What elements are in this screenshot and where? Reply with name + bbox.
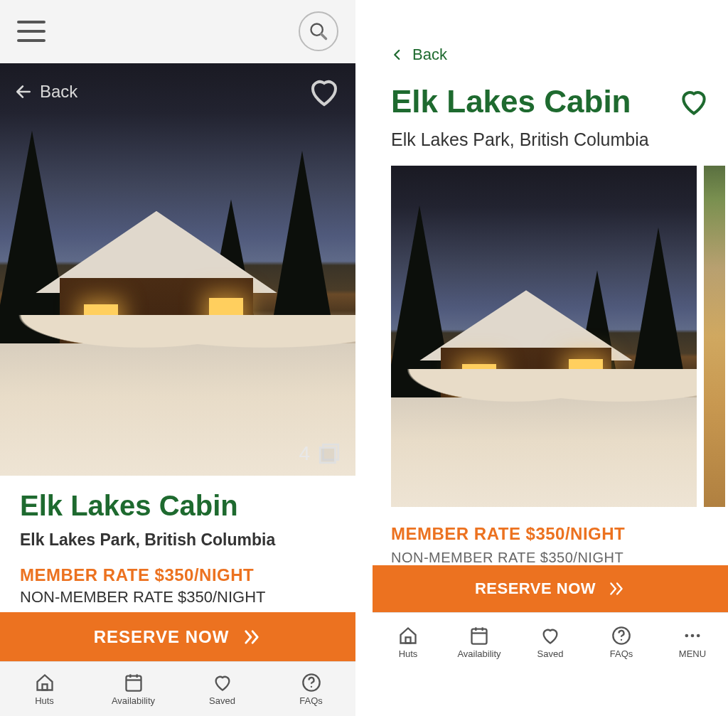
calendar-icon bbox=[124, 673, 144, 693]
favorite-heart-icon[interactable] bbox=[307, 75, 341, 109]
svg-point-19 bbox=[691, 634, 695, 638]
bottom-nav: Huts Availability Saved FAQs MENU bbox=[373, 612, 728, 672]
nav-faqs[interactable]: FAQs bbox=[267, 662, 355, 716]
next-image-peek[interactable] bbox=[704, 166, 725, 507]
reserve-button[interactable]: RESERVE NOW bbox=[0, 612, 355, 661]
calendar-icon bbox=[469, 626, 489, 646]
nav-huts-label: Huts bbox=[399, 648, 418, 659]
listing-location: Elk Lakes Park, British Columbia bbox=[391, 129, 710, 150]
back-button[interactable]: Back bbox=[14, 82, 77, 102]
nav-faqs-label: FAQs bbox=[299, 695, 323, 706]
favorite-heart-icon[interactable] bbox=[678, 86, 710, 117]
gallery-scroller[interactable] bbox=[391, 166, 728, 507]
nav-faqs[interactable]: FAQs bbox=[586, 613, 657, 672]
svg-point-17 bbox=[621, 639, 622, 641]
hero-image[interactable]: Back 4 bbox=[0, 63, 355, 476]
nav-menu-label: MENU bbox=[679, 648, 706, 659]
heart-icon bbox=[213, 673, 232, 693]
chevron-left-icon bbox=[391, 48, 404, 61]
phone-left-screen: Back 4 Elk Lakes Cabin Elk Lakes Park, B… bbox=[0, 0, 355, 716]
chevron-double-right-icon bbox=[242, 627, 262, 647]
hamburger-menu-icon[interactable] bbox=[17, 21, 46, 42]
listing-title: Elk Lakes Cabin bbox=[391, 84, 631, 119]
phone-right-screen: Back Elk Lakes Cabin Elk Lakes Park, Bri… bbox=[373, 0, 728, 716]
svg-line-1 bbox=[321, 34, 326, 39]
listing-title: Elk Lakes Cabin bbox=[20, 490, 336, 522]
back-label: Back bbox=[412, 46, 447, 64]
member-rate: MEMBER RATE $350/NIGHT bbox=[20, 565, 336, 585]
svg-rect-12 bbox=[472, 629, 487, 644]
reserve-button[interactable]: RESERVE NOW bbox=[373, 565, 728, 612]
nav-huts[interactable]: Huts bbox=[0, 662, 89, 716]
nav-availability[interactable]: Availability bbox=[444, 613, 515, 672]
photo-count-badge[interactable]: 4 bbox=[299, 442, 341, 466]
search-icon bbox=[309, 21, 328, 41]
bottom-nav: Huts Availability Saved FAQs bbox=[0, 661, 355, 716]
nav-availability[interactable]: Availability bbox=[89, 662, 178, 716]
svg-rect-3 bbox=[320, 448, 335, 463]
svg-point-20 bbox=[697, 634, 700, 638]
back-label: Back bbox=[40, 82, 77, 102]
search-button[interactable] bbox=[299, 11, 338, 51]
hero-image[interactable] bbox=[391, 166, 697, 507]
home-icon bbox=[398, 626, 418, 646]
member-rate: MEMBER RATE $350/NIGHT bbox=[391, 524, 710, 544]
question-icon bbox=[301, 673, 321, 693]
topbar bbox=[0, 0, 355, 63]
question-icon bbox=[611, 626, 631, 646]
nav-huts-label: Huts bbox=[35, 695, 54, 706]
nav-saved-label: Saved bbox=[209, 695, 235, 706]
svg-point-18 bbox=[685, 634, 689, 638]
gallery-icon bbox=[317, 442, 341, 466]
nav-menu[interactable]: MENU bbox=[657, 613, 728, 672]
chevron-double-right-icon bbox=[607, 579, 626, 598]
reserve-label: RESERVE NOW bbox=[94, 627, 230, 647]
photo-count-number: 4 bbox=[299, 442, 310, 465]
svg-point-10 bbox=[310, 685, 311, 687]
listing-location: Elk Lakes Park, British Columbia bbox=[20, 530, 336, 550]
nav-saved[interactable]: Saved bbox=[515, 613, 586, 672]
nav-saved[interactable]: Saved bbox=[178, 662, 267, 716]
nav-availability-label: Availability bbox=[112, 695, 155, 706]
nav-availability-label: Availability bbox=[457, 648, 500, 659]
heart-icon bbox=[540, 626, 560, 646]
reserve-label: RESERVE NOW bbox=[475, 579, 596, 598]
back-button[interactable]: Back bbox=[391, 46, 710, 64]
svg-rect-4 bbox=[42, 684, 47, 690]
arrow-left-icon bbox=[14, 82, 33, 101]
home-icon bbox=[35, 673, 55, 693]
nonmember-rate: NON-MEMBER RATE $350/NIGHT bbox=[20, 588, 336, 607]
nav-saved-label: Saved bbox=[537, 648, 564, 659]
svg-rect-5 bbox=[126, 675, 141, 690]
listing-content: Elk Lakes Cabin Elk Lakes Park, British … bbox=[0, 476, 355, 612]
nav-huts[interactable]: Huts bbox=[373, 613, 444, 672]
nav-faqs-label: FAQs bbox=[610, 648, 633, 659]
nonmember-rate-cutoff: NON-MEMBER RATE $350/NIGHT bbox=[391, 550, 710, 562]
svg-rect-11 bbox=[406, 637, 411, 643]
ellipsis-icon bbox=[682, 626, 702, 646]
